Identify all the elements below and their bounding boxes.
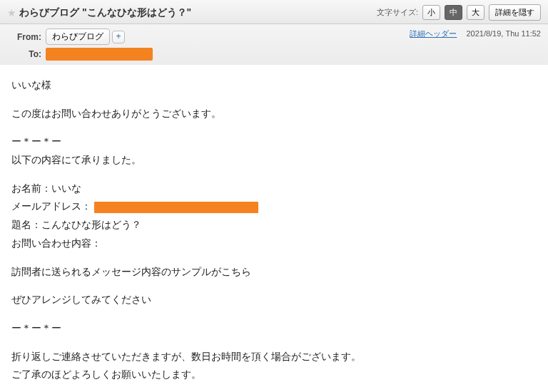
dashes: ---- xyxy=(11,386,537,392)
email-redacted xyxy=(94,202,258,213)
subject-line: 題名：こんなひな形はどう？ xyxy=(11,217,537,233)
detail-header-link[interactable]: 詳細ヘッダー xyxy=(410,29,457,38)
meta-left: From: わらびブログ + To: xyxy=(7,29,153,63)
font-large-button[interactable]: 大 xyxy=(467,5,484,20)
to-row: To: xyxy=(7,48,153,61)
name-line: お名前：いいな xyxy=(11,181,537,197)
add-contact-button[interactable]: + xyxy=(112,31,125,43)
separator: ー＊ー＊ー xyxy=(11,134,537,150)
to-label: To: xyxy=(7,49,41,59)
to-redacted xyxy=(46,48,153,61)
header-right: 文字サイズ: 小 中 大 詳細を隠す xyxy=(377,4,541,21)
toggle-details-button[interactable]: 詳細を隠す xyxy=(489,4,541,21)
font-size-label: 文字サイズ: xyxy=(377,7,418,18)
received-line: 以下の内容にて承りました。 xyxy=(11,153,537,168)
meta-row: From: わらびブログ + To: 詳細ヘッダー 2021/8/19, Thu… xyxy=(0,24,548,65)
email-subject: わらびブログ "こんなひな形はどう？" xyxy=(19,6,191,19)
email-line: メールアドレス： xyxy=(11,199,537,215)
reply-line: 折り返しご連絡させていただきますが、数日お時間を頂く場合がございます。 xyxy=(11,349,537,365)
from-row: From: わらびブログ + xyxy=(7,29,153,45)
inquiry-label: お問い合わせ内容： xyxy=(11,236,537,252)
email-body: いいな様 この度はお問い合わせありがとうございます。 ー＊ー＊ー 以下の内容にて… xyxy=(0,65,548,392)
approve-line: ご了承のほどよろしくお願いいたします。 xyxy=(11,367,537,383)
font-small-button[interactable]: 小 xyxy=(422,5,440,20)
thanks-line: この度はお問い合わせありがとうございます。 xyxy=(11,106,537,122)
email-date: 2021/8/19, Thu 11:52 xyxy=(466,29,541,38)
email-label: メールアドレス： xyxy=(11,200,91,212)
greeting: いいな様 xyxy=(11,78,537,93)
from-name: わらびブログ xyxy=(52,31,103,43)
from-chip[interactable]: わらびブログ xyxy=(46,29,110,45)
star-icon[interactable]: ★ xyxy=(7,7,16,19)
meta-right: 詳細ヘッダー 2021/8/19, Thu 11:52 xyxy=(410,29,541,39)
font-medium-button[interactable]: 中 xyxy=(445,5,462,20)
separator2: ー＊ー＊ー xyxy=(11,321,537,336)
toolbar: ★ わらびブログ "こんなひな形はどう？" 文字サイズ: 小 中 大 詳細を隠す xyxy=(0,0,548,24)
sample-line: 訪問者に送られるメッセージ内容のサンプルがこちら xyxy=(11,264,537,280)
from-label: From: xyxy=(7,32,41,42)
header-left: ★ わらびブログ "こんなひな形はどう？" xyxy=(7,6,191,19)
arrange-line: ぜひアレンジしてみてください xyxy=(11,292,537,308)
